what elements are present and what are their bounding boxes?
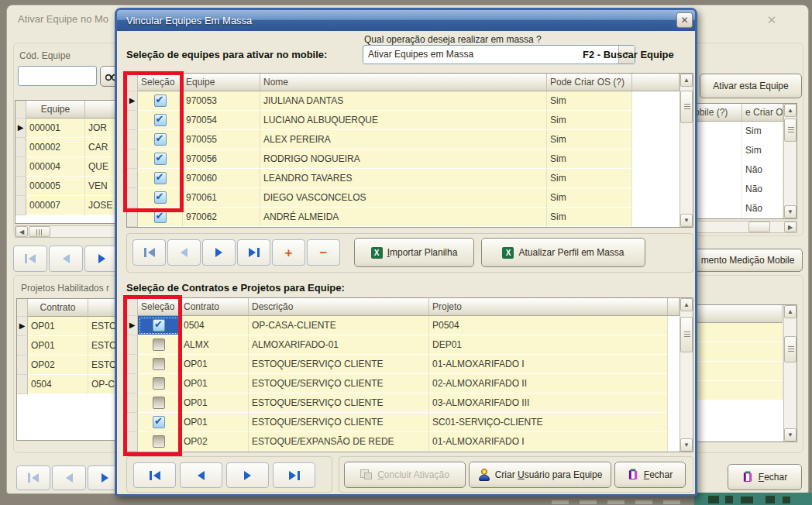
empty-grid[interactable]: ▲▼ <box>696 304 797 442</box>
scroll-down-icon[interactable]: ▼ <box>784 428 797 441</box>
atualizar-perfil-button[interactable]: X Atualizar Perfil em Massa <box>481 238 645 267</box>
checkbox-unchecked-icon[interactable] <box>153 435 165 448</box>
table-row[interactable]: OP01ESTO <box>17 336 115 356</box>
selecao-cell[interactable] <box>138 374 181 393</box>
table-row[interactable]: OP01ESTOQUE/SERVIÇO CLIENTE01-ALMOXARIFA… <box>127 355 693 374</box>
checkbox-checked-icon[interactable] <box>154 133 167 146</box>
nav-first-button[interactable] <box>16 465 50 490</box>
table-row[interactable]: 000005VEN <box>15 177 115 196</box>
table-row[interactable]: OP02ESTO <box>17 356 115 375</box>
table-row[interactable]: 000004QUE <box>15 157 115 177</box>
selecao-cell[interactable] <box>138 335 181 355</box>
selecao-cell[interactable] <box>138 169 183 188</box>
table-row[interactable]: Sim <box>683 122 797 141</box>
equipes-massa-grid[interactable]: SeleçãoEquipeNomePode Criar OS (?)▶97005… <box>126 73 693 228</box>
selecao-cell[interactable] <box>138 355 181 374</box>
table-row[interactable]: 0504OP-C <box>17 375 115 394</box>
scroll-up-icon[interactable]: ▲ <box>784 104 797 117</box>
checkbox-checked-icon[interactable] <box>154 172 167 184</box>
scroll-down-icon[interactable]: ▼ <box>680 214 693 227</box>
scroll-right-icon[interactable]: ▶ <box>784 222 797 232</box>
table-row[interactable]: Não <box>683 160 797 180</box>
table-row[interactable]: ▶970053JIULIANA DANTASSim <box>127 91 693 111</box>
checkbox-unchecked-icon[interactable] <box>153 397 165 409</box>
table-row[interactable]: OP02ESTOQUE/EXPANSÃO DE REDE01-ALMOXARIF… <box>127 432 693 452</box>
scroll-up-icon[interactable]: ▲ <box>680 298 693 311</box>
table-row[interactable]: 000007JOSE <box>15 196 115 215</box>
checkbox-checked-icon[interactable] <box>154 94 167 107</box>
selecao-cell[interactable] <box>138 393 181 413</box>
selecao-cell[interactable] <box>138 188 183 208</box>
criar-usuario-button[interactable]: Criar Usuário para Equipe <box>469 462 611 488</box>
concluir-ativacao-button[interactable]: Concluir Ativação <box>344 462 466 488</box>
checkbox-checked-icon[interactable] <box>153 416 165 428</box>
window-close-icon[interactable]: ✕ <box>763 12 780 29</box>
selecao-cell[interactable] <box>138 208 183 227</box>
nav-prior-button[interactable] <box>49 246 83 272</box>
equipe-grid[interactable]: Equipe▶000001JOR000002CAR000004QUE000005… <box>15 100 115 224</box>
table-row[interactable] <box>697 323 797 342</box>
checkbox-checked-icon[interactable] <box>154 191 167 204</box>
dialog-close-icon[interactable]: ✕ <box>676 12 693 28</box>
scrollbar-thumb[interactable] <box>29 226 50 237</box>
table-row[interactable]: ▶OP01ESTO <box>17 317 115 336</box>
table-row[interactable]: 970055ALEX PEREIRASim <box>127 130 693 149</box>
selecao-cell[interactable] <box>138 316 181 335</box>
table-row[interactable]: ▶0504OP-CASA-CLIENTEP0504 <box>127 316 693 335</box>
table-row[interactable]: Sim <box>683 141 797 160</box>
selecao-cell[interactable] <box>138 149 183 169</box>
selecao-cell[interactable] <box>138 130 183 149</box>
nav-next-button[interactable] <box>84 246 119 272</box>
equipe-grid-hscrollbar[interactable]: ◀ <box>15 225 115 238</box>
table-row[interactable]: 000002CAR <box>15 138 115 157</box>
scrollbar-thumb[interactable] <box>748 222 770 232</box>
cod-equipe-input[interactable] <box>18 66 97 86</box>
table-row[interactable]: 970054LUCIANO ALBUQUERQUESim <box>127 111 693 130</box>
scroll-up-icon[interactable]: ▲ <box>680 74 693 87</box>
table-row[interactable] <box>697 342 797 362</box>
mobile-grid-hscrollbar[interactable]: ▶ <box>683 221 797 233</box>
importar-planilha-button[interactable]: X Importar Planilha <box>354 238 474 267</box>
vertical-scrollbar[interactable]: ▲▼ <box>783 305 797 441</box>
scroll-left-icon[interactable]: ◀ <box>15 226 28 237</box>
table-row[interactable]: 970062ANDRÉ ALMEIDASim <box>127 208 693 227</box>
fechar-window-button[interactable]: Fechar <box>728 464 802 490</box>
vertical-scrollbar[interactable]: ▲▼ <box>783 104 797 218</box>
table-row[interactable] <box>697 362 797 381</box>
table-row[interactable]: Não <box>683 199 797 218</box>
nav-first-button[interactable] <box>132 239 166 266</box>
nav-prior-button[interactable] <box>167 239 201 266</box>
nav-last-button[interactable] <box>237 239 270 266</box>
checkbox-checked-icon[interactable] <box>154 211 167 223</box>
scroll-down-icon[interactable]: ▼ <box>680 438 693 452</box>
checkbox-unchecked-icon[interactable] <box>153 338 165 351</box>
table-row[interactable]: 970056RODRIGO NOGUEIRASim <box>127 149 693 169</box>
vertical-scrollbar[interactable]: ▲▼ <box>680 298 693 452</box>
selecao-cell[interactable] <box>138 91 183 111</box>
nav-next-button[interactable] <box>226 462 269 488</box>
table-row[interactable]: OP01ESTOQUE/SERVIÇO CLIENTE02-ALMOXARIFA… <box>127 374 693 393</box>
checkbox-unchecked-icon[interactable] <box>153 358 165 370</box>
scrollbar-thumb[interactable] <box>680 317 693 352</box>
nav-next-button[interactable] <box>202 239 236 266</box>
contrato-grid[interactable]: Contrato▶OP01ESTOOP01ESTOOP02ESTO0504OP-… <box>16 298 115 441</box>
table-row[interactable]: 970060LEANDRO TAVARESSim <box>127 169 693 188</box>
table-row[interactable]: ▶000001JOR <box>15 119 115 138</box>
checkbox-checked-icon[interactable] <box>154 153 167 165</box>
selecao-cell[interactable] <box>138 432 181 452</box>
table-row[interactable]: Não <box>683 180 797 199</box>
nav-insert-button[interactable]: + <box>272 239 305 266</box>
table-row[interactable] <box>697 381 797 400</box>
nav-delete-button[interactable]: − <box>307 239 340 266</box>
nav-prior-button[interactable] <box>180 462 222 488</box>
checkbox-checked-icon[interactable] <box>153 319 165 332</box>
scroll-up-icon[interactable]: ▲ <box>784 305 797 318</box>
checkbox-checked-icon[interactable] <box>154 114 167 126</box>
scrollbar-thumb[interactable] <box>784 119 797 142</box>
scrollbar-thumb[interactable] <box>784 336 797 362</box>
mobile-grid[interactable]: Mobile (?)e Criar OSimSimNãoNãoNão▲▼ <box>683 103 797 219</box>
table-row[interactable]: OP01ESTOQUE/SERVIÇO CLIENTE03-ALMOXARIFA… <box>127 393 693 413</box>
table-row[interactable]: ALMXALMOXARIFADO-01DEP01 <box>127 335 693 355</box>
ativar-esta-equipe-button[interactable]: Ativar esta Equipe <box>700 74 802 98</box>
selecao-cell[interactable] <box>138 413 181 432</box>
